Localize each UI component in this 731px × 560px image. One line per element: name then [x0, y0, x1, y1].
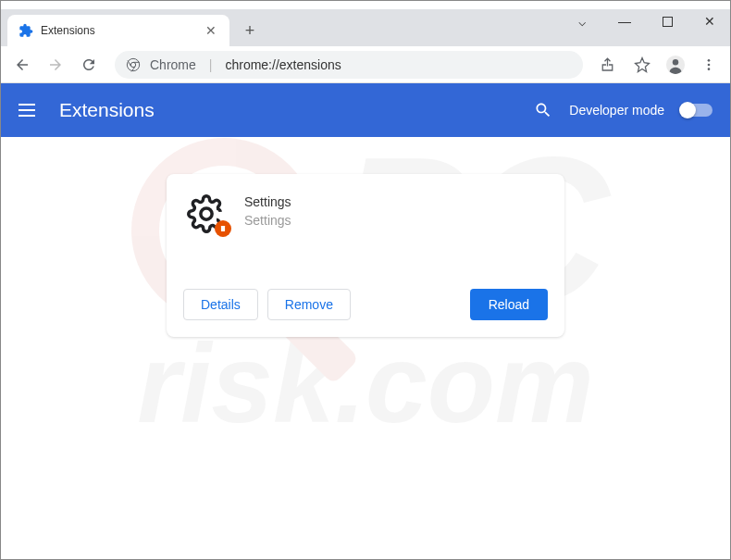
window-close-button[interactable]: ✕ [688, 7, 731, 35]
arrow-left-icon [14, 56, 31, 73]
svg-point-7 [673, 59, 678, 65]
forward-button[interactable] [41, 50, 70, 80]
content-area: Settings Settings Details Remove Reload [0, 137, 731, 337]
chrome-menu-button[interactable] [694, 50, 724, 80]
window-minimize-button[interactable]: — [603, 7, 646, 35]
maximize-icon [663, 17, 673, 27]
search-button[interactable] [534, 101, 552, 119]
extension-card: Settings Settings Details Remove Reload [167, 174, 564, 337]
search-icon [534, 101, 552, 119]
svg-rect-0 [663, 17, 672, 26]
kebab-icon [701, 57, 716, 72]
browser-toolbar: Chrome | chrome://extensions [0, 46, 731, 83]
extension-icon [19, 23, 33, 38]
extension-description: Settings [244, 213, 291, 228]
error-badge-icon [215, 220, 231, 237]
developer-mode-label: Developer mode [569, 103, 664, 118]
profile-button[interactable] [661, 50, 690, 80]
developer-mode-toggle[interactable] [681, 104, 712, 117]
reload-button[interactable] [74, 50, 104, 80]
back-button[interactable] [7, 50, 37, 80]
share-icon [601, 56, 617, 73]
star-icon [634, 56, 650, 73]
hamburger-menu-button[interactable] [19, 99, 41, 121]
new-tab-button[interactable]: + [237, 18, 263, 44]
window-controls: ⌵ — ✕ [561, 7, 731, 35]
arrow-right-icon [47, 56, 64, 73]
url-scheme-text: Chrome [150, 57, 196, 72]
toggle-thumb [679, 102, 696, 118]
tab-close-button[interactable]: ✕ [204, 23, 218, 38]
remove-button[interactable]: Remove [267, 289, 351, 320]
window-dropdown-button[interactable]: ⌵ [561, 7, 603, 35]
page-title: Extensions [59, 99, 155, 121]
extensions-header: Extensions Developer mode [0, 83, 731, 137]
avatar-icon [665, 55, 686, 75]
window-maximize-button[interactable] [646, 7, 688, 35]
reload-icon [81, 56, 97, 73]
extension-name: Settings [244, 194, 291, 209]
share-button[interactable] [594, 50, 624, 80]
tab-extensions[interactable]: Extensions ✕ [7, 15, 229, 46]
svg-point-9 [708, 63, 711, 66]
svg-point-2 [130, 62, 135, 67]
url-text: chrome://extensions [225, 57, 341, 72]
extension-item-icon [187, 194, 226, 233]
svg-line-4 [128, 60, 130, 66]
svg-point-10 [708, 68, 711, 70]
url-separator: | [205, 57, 217, 72]
svg-rect-11 [221, 226, 225, 231]
bookmark-button[interactable] [627, 50, 657, 80]
chrome-logo-icon [126, 57, 141, 72]
address-bar[interactable]: Chrome | chrome://extensions [115, 51, 583, 79]
details-button[interactable]: Details [183, 289, 258, 320]
reload-button-card[interactable]: Reload [470, 289, 548, 320]
svg-point-8 [708, 59, 711, 62]
tab-title: Extensions [41, 24, 95, 37]
